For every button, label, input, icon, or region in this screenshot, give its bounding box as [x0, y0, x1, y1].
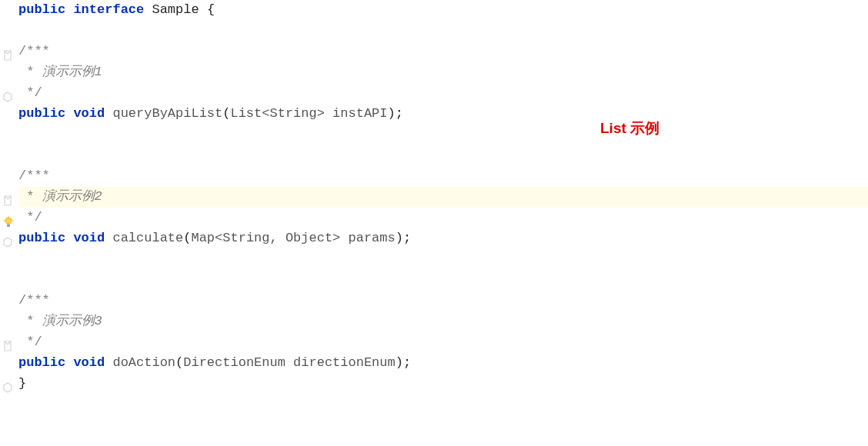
method-name: calculate: [112, 228, 183, 248]
code-line[interactable]: public void calculate(Map<String, Object…: [18, 228, 868, 249]
comment-close: */: [18, 332, 42, 352]
method-marker-icon[interactable]: [2, 195, 15, 208]
code-line-blank[interactable]: [18, 270, 868, 291]
keyword-void: void: [73, 104, 105, 124]
svg-rect-1: [7, 225, 10, 228]
method-marker-icon[interactable]: [2, 237, 15, 249]
comment-close: */: [18, 208, 42, 228]
comment-open: /***: [18, 291, 50, 311]
comment-star: *: [18, 62, 42, 82]
comment-text: 演示示例2: [42, 187, 102, 207]
keyword-public: public: [18, 353, 65, 373]
param-type: List<String>: [230, 104, 324, 124]
keyword-public: public: [18, 104, 65, 124]
code-line-highlighted[interactable]: * 演示示例2: [18, 187, 868, 208]
code-editor[interactable]: public interface Sample { /*** * 演示示例1 *…: [18, 0, 868, 394]
editor-gutter: [0, 0, 18, 446]
paren-open: (: [183, 228, 191, 248]
paren-open: (: [222, 104, 230, 124]
code-line[interactable]: */: [18, 208, 868, 228]
comment-text: 演示示例3: [42, 311, 102, 331]
code-line-blank[interactable]: [18, 249, 868, 270]
paren-open: (: [175, 353, 183, 373]
param-name: instAPI: [325, 104, 388, 124]
comment-text: 演示示例1: [42, 62, 102, 82]
lightbulb-icon[interactable]: [2, 216, 15, 228]
code-line[interactable]: public void queryByApiList(List<String> …: [18, 104, 868, 125]
paren-close: );: [396, 353, 411, 373]
comment-close: */: [18, 83, 42, 103]
code-line-blank[interactable]: [18, 145, 868, 166]
code-line[interactable]: * 演示示例1: [18, 62, 868, 83]
comment-open: /***: [18, 166, 50, 186]
code-line[interactable]: */: [18, 83, 868, 104]
keyword-void: void: [73, 353, 105, 373]
keyword-void: void: [73, 228, 105, 248]
code-line[interactable]: /***: [18, 166, 868, 187]
code-line-blank[interactable]: [18, 125, 868, 145]
type-name: Sample: [152, 0, 199, 20]
comment-star: *: [18, 311, 42, 331]
code-line[interactable]: /***: [18, 291, 868, 311]
method-name: doAction: [112, 353, 175, 373]
method-marker-icon[interactable]: [2, 50, 15, 62]
method-marker-icon[interactable]: [2, 341, 15, 353]
keyword-public: public: [18, 0, 65, 20]
param-type: Map<String, Object>: [191, 228, 340, 248]
code-line[interactable]: * 演示示例3: [18, 311, 868, 332]
param-name: directionEnum: [285, 353, 396, 373]
method-marker-icon[interactable]: [2, 382, 15, 394]
code-line[interactable]: /***: [18, 42, 868, 62]
param-name: params: [340, 228, 395, 248]
code-line[interactable]: */: [18, 332, 868, 353]
svg-point-0: [5, 218, 12, 224]
method-name: queryByApiList: [112, 104, 222, 124]
code-line-blank[interactable]: [18, 21, 868, 42]
method-marker-icon[interactable]: [2, 92, 15, 104]
param-type: DirectionEnum: [183, 353, 285, 373]
code-line[interactable]: public void doAction(DirectionEnum direc…: [18, 353, 868, 374]
keyword-public: public: [18, 228, 65, 248]
paren-close: );: [388, 104, 403, 124]
code-line[interactable]: }: [18, 374, 868, 394]
comment-star: *: [18, 187, 42, 207]
keyword-interface: interface: [73, 0, 144, 20]
code-line[interactable]: public interface Sample {: [18, 0, 868, 21]
brace-close: }: [18, 374, 26, 394]
brace-open: {: [207, 0, 215, 20]
comment-open: /***: [18, 42, 50, 62]
annotation-label: List 示例: [600, 117, 659, 139]
paren-close: );: [396, 228, 411, 248]
